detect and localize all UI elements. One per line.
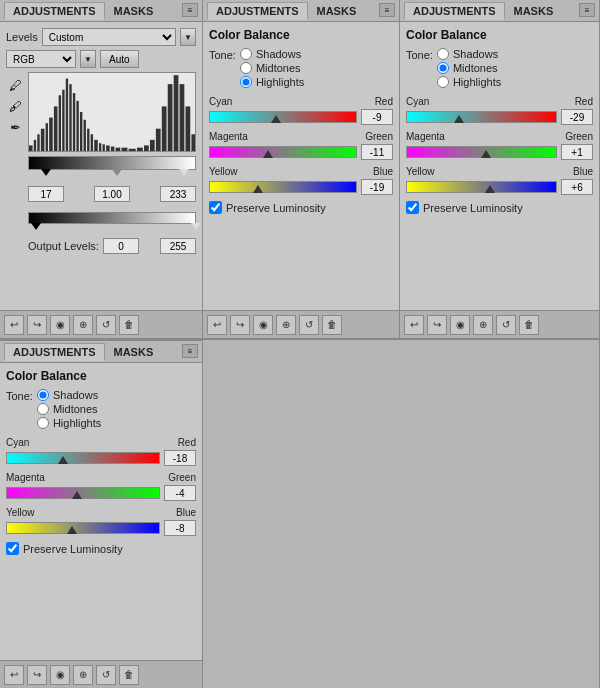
tb-refresh[interactable]: ↺	[96, 315, 116, 335]
cyan-red-track-bl[interactable]	[6, 452, 160, 464]
tb-add[interactable]: ⊕	[73, 315, 93, 335]
tb-delete[interactable]: 🗑	[119, 315, 139, 335]
tone-shadows-bl[interactable]	[37, 389, 49, 401]
tab-adjustments-tr[interactable]: ADJUSTMENTS	[404, 2, 505, 20]
tab-adjustments-bl[interactable]: ADJUSTMENTS	[4, 343, 105, 361]
tab-adjustments-tl[interactable]: ADJUSTMENTS	[4, 2, 105, 20]
channel-select[interactable]: RGB	[6, 50, 76, 68]
magenta-green-input-bl[interactable]: -4	[164, 485, 196, 501]
cyan-red-thumb-bl[interactable]	[58, 456, 68, 464]
tb2-forward[interactable]: ↪	[230, 315, 250, 335]
cyan-red-thumb-mid[interactable]	[271, 115, 281, 123]
yellow-blue-input-right[interactable]: +6	[561, 179, 593, 195]
output-white-slider[interactable]	[191, 223, 201, 230]
tone-shadows-mid[interactable]	[240, 48, 252, 60]
preserve-lum-mid[interactable]	[209, 201, 222, 214]
auto-button[interactable]: Auto	[100, 50, 139, 68]
yellow-blue-thumb-mid[interactable]	[253, 185, 263, 193]
magenta-green-thumb-bl[interactable]	[72, 491, 82, 499]
tb4-refresh[interactable]: ↺	[96, 665, 116, 685]
cyan-red-input-mid[interactable]: -9	[361, 109, 393, 125]
panel-menu-tl[interactable]: ≡	[182, 3, 198, 17]
tb4-forward[interactable]: ↪	[27, 665, 47, 685]
magenta-green-input-mid[interactable]: -11	[361, 144, 393, 160]
yellow-blue-track-bl[interactable]	[6, 522, 160, 534]
magenta-green-input-right[interactable]: +1	[561, 144, 593, 160]
tb3-forward[interactable]: ↪	[427, 315, 447, 335]
eyedropper-white-icon[interactable]: ✒	[6, 118, 24, 136]
tb3-delete[interactable]: 🗑	[519, 315, 539, 335]
tone-highlights-mid[interactable]	[240, 76, 252, 88]
tone-highlights-right[interactable]	[437, 76, 449, 88]
tone-midtones-mid[interactable]	[240, 62, 252, 74]
tb2-refresh[interactable]: ↺	[299, 315, 319, 335]
mid-point-slider[interactable]	[112, 169, 122, 176]
tone-shadows-right[interactable]	[437, 48, 449, 60]
tone-label-mid: Tone:	[209, 49, 236, 61]
tab-adjustments-tm[interactable]: ADJUSTMENTS	[207, 2, 308, 20]
tb2-add[interactable]: ⊕	[276, 315, 296, 335]
tone-midtones-right[interactable]	[437, 62, 449, 74]
white-input[interactable]: 233	[160, 186, 196, 202]
tb-back[interactable]: ↩	[4, 315, 24, 335]
levels-preset-select[interactable]: Custom	[42, 28, 176, 46]
svg-rect-14	[80, 112, 82, 151]
tb2-eye[interactable]: ◉	[253, 315, 273, 335]
yellow-blue-thumb-right[interactable]	[485, 185, 495, 193]
tb3-back[interactable]: ↩	[404, 315, 424, 335]
color-balance-panel-bottom-left: ADJUSTMENTS MASKS ≡ Color Balance Tone: …	[0, 340, 203, 688]
eyedropper-black-icon[interactable]: 🖊	[6, 76, 24, 94]
tab-masks-tl[interactable]: MASKS	[105, 2, 163, 20]
tab-masks-bl[interactable]: MASKS	[105, 343, 163, 361]
output-black-input[interactable]: 0	[103, 238, 139, 254]
magenta-green-track-mid[interactable]	[209, 146, 357, 158]
yellow-blue-thumb-bl[interactable]	[67, 526, 77, 534]
tb-forward[interactable]: ↪	[27, 315, 47, 335]
tb4-back[interactable]: ↩	[4, 665, 24, 685]
cb-mid-content: Color Balance Tone: Shadows Midtones Hig…	[203, 22, 399, 310]
black-point-slider[interactable]	[41, 169, 51, 176]
tb2-delete[interactable]: 🗑	[322, 315, 342, 335]
yellow-blue-input-mid[interactable]: -19	[361, 179, 393, 195]
channel-arrow[interactable]: ▼	[80, 50, 96, 68]
levels-preset-arrow[interactable]: ▼	[180, 28, 196, 46]
preserve-lum-right[interactable]	[406, 201, 419, 214]
yellow-blue-input-bl[interactable]: -8	[164, 520, 196, 536]
magenta-green-thumb-mid[interactable]	[263, 150, 273, 158]
tb4-delete[interactable]: 🗑	[119, 665, 139, 685]
tb-eye[interactable]: ◉	[50, 315, 70, 335]
tb3-refresh[interactable]: ↺	[496, 315, 516, 335]
tb4-add[interactable]: ⊕	[73, 665, 93, 685]
magenta-green-thumb-right[interactable]	[481, 150, 491, 158]
tb4-eye[interactable]: ◉	[50, 665, 70, 685]
cyan-red-input-bl[interactable]: -18	[164, 450, 196, 466]
mid-input[interactable]: 1.00	[94, 186, 130, 202]
tb3-eye[interactable]: ◉	[450, 315, 470, 335]
magenta-green-track-bl[interactable]	[6, 487, 160, 499]
svg-rect-31	[168, 84, 173, 151]
preserve-lum-bl[interactable]	[6, 542, 19, 555]
yellow-blue-track-right[interactable]	[406, 181, 557, 193]
cyan-red-track-right[interactable]	[406, 111, 557, 123]
panel-menu-tr[interactable]: ≡	[579, 3, 595, 17]
panel-menu-bl[interactable]: ≡	[182, 344, 198, 358]
yellow-blue-track-mid[interactable]	[209, 181, 357, 193]
cyan-red-input-right[interactable]: -29	[561, 109, 593, 125]
panel-menu-tm[interactable]: ≡	[379, 3, 395, 17]
output-black-slider[interactable]	[31, 223, 41, 230]
black-input[interactable]: 17	[28, 186, 64, 202]
cyan-red-track-mid[interactable]	[209, 111, 357, 123]
tab-masks-tm[interactable]: MASKS	[308, 2, 366, 20]
white-point-slider[interactable]	[179, 169, 189, 176]
tb2-back[interactable]: ↩	[207, 315, 227, 335]
tone-midtones-bl[interactable]	[37, 403, 49, 415]
tone-highlights-bl[interactable]	[37, 417, 49, 429]
empty-bottom-area	[203, 340, 600, 688]
magenta-green-track-right[interactable]	[406, 146, 557, 158]
eyedropper-gray-icon[interactable]: 🖋	[6, 97, 24, 115]
output-white-input[interactable]: 255	[160, 238, 196, 254]
blue-label-right: Blue	[573, 166, 593, 177]
tab-masks-tr[interactable]: MASKS	[505, 2, 563, 20]
tb3-add[interactable]: ⊕	[473, 315, 493, 335]
cyan-red-thumb-right[interactable]	[454, 115, 464, 123]
